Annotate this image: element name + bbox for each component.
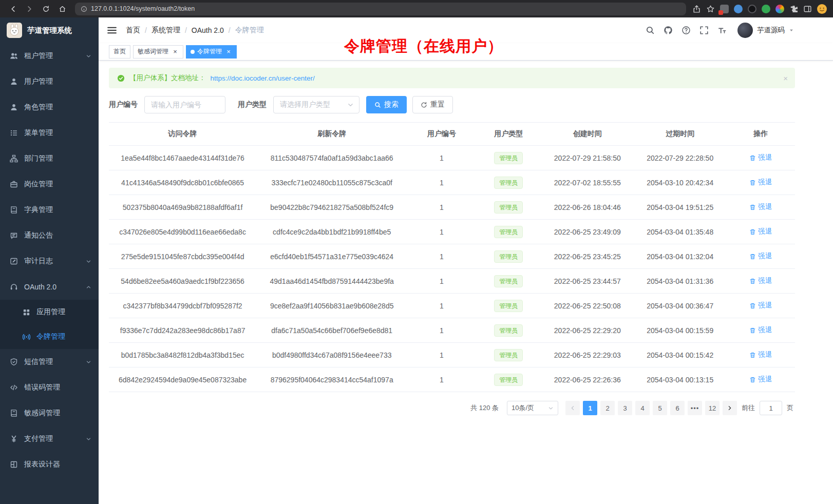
action-cell: 强退 bbox=[726, 294, 795, 318]
user-type-badge: 管理员 bbox=[494, 201, 523, 214]
breadcrumb-item[interactable]: 首页 bbox=[126, 26, 140, 35]
force-logout-button[interactable]: 强退 bbox=[749, 202, 772, 211]
force-logout-button[interactable]: 强退 bbox=[749, 350, 772, 359]
sidebar-item-dict[interactable]: 字典管理 bbox=[0, 197, 99, 223]
extension-icon[interactable] bbox=[762, 5, 770, 13]
sidebar-item-audit-log[interactable]: 审计日志 bbox=[0, 248, 99, 274]
user-type-label: 用户类型 bbox=[238, 100, 267, 109]
sidebar-item-oauth2[interactable]: OAuth 2.0 bbox=[0, 274, 99, 300]
prev-page-button[interactable] bbox=[565, 401, 580, 415]
close-icon[interactable]: × bbox=[172, 48, 179, 55]
create-time-cell: 2022-06-25 23:49:09 bbox=[541, 220, 634, 244]
user-id-input[interactable] bbox=[144, 96, 225, 113]
sidebar-subitem-oauth2-token[interactable]: 令牌管理 bbox=[0, 324, 99, 349]
breadcrumb-item[interactable]: OAuth 2.0 bbox=[192, 26, 224, 34]
page-ellipsis-button[interactable]: ••• bbox=[688, 401, 702, 415]
search-icon[interactable] bbox=[646, 26, 655, 35]
sidebar-item-tenant[interactable]: 租户管理 bbox=[0, 43, 99, 69]
content: 【用户体系】文档地址： https://doc.iocoder.cn/user-… bbox=[99, 61, 833, 504]
sidebar-item-menu[interactable]: 菜单管理 bbox=[0, 120, 99, 146]
action-cell: 强退 bbox=[726, 195, 795, 220]
extensions-puzzle-icon[interactable] bbox=[789, 5, 798, 13]
sidebar-item-report-designer[interactable]: 报表设计器 bbox=[0, 452, 99, 477]
expire-time-cell: 2054-03-04 19:51:25 bbox=[634, 195, 726, 220]
help-icon[interactable] bbox=[681, 26, 691, 35]
yen-icon bbox=[10, 435, 18, 443]
hamburger-icon[interactable] bbox=[107, 25, 117, 35]
force-logout-button[interactable]: 强退 bbox=[749, 227, 772, 236]
sidebar-item-user[interactable]: 用户管理 bbox=[0, 69, 99, 94]
breadcrumb-item[interactable]: 系统管理 bbox=[152, 26, 180, 35]
side-panel-icon[interactable] bbox=[803, 5, 812, 13]
sidebar-item-label: 审计日志 bbox=[24, 257, 53, 266]
forward-icon[interactable] bbox=[23, 2, 36, 15]
extension-icon[interactable] bbox=[775, 5, 784, 13]
share-icon[interactable] bbox=[692, 5, 701, 13]
sidebar-item-label: 短信管理 bbox=[24, 357, 53, 366]
tab-oauth2-token[interactable]: 令牌管理× bbox=[186, 45, 237, 59]
expire-time-cell: 2054-03-04 01:31:36 bbox=[634, 269, 726, 294]
profile-avatar[interactable] bbox=[817, 4, 827, 14]
user-type-select[interactable]: 请选择用户类型 bbox=[273, 96, 359, 113]
tab-home[interactable]: 首页 bbox=[109, 45, 130, 59]
sidebar-item-sensitive-word[interactable]: 敏感词管理 bbox=[0, 400, 99, 426]
font-size-icon[interactable] bbox=[717, 26, 727, 35]
sidebar-item-label: 菜单管理 bbox=[24, 128, 53, 138]
github-icon[interactable] bbox=[664, 26, 673, 35]
table-row: 6d842e2924594de9a09e45e087323abe8796295f… bbox=[109, 367, 795, 392]
next-page-button[interactable] bbox=[723, 401, 737, 415]
page-button-4[interactable]: 4 bbox=[635, 401, 650, 415]
force-logout-button[interactable]: 强退 bbox=[749, 375, 772, 384]
force-logout-button[interactable]: 强退 bbox=[749, 325, 772, 335]
extension-icon[interactable] bbox=[748, 5, 756, 13]
force-logout-button[interactable]: 强退 bbox=[749, 301, 772, 310]
force-logout-button[interactable]: 强退 bbox=[749, 153, 772, 162]
back-icon[interactable] bbox=[6, 2, 20, 15]
extension-icon[interactable] bbox=[734, 5, 743, 13]
sidebar-item-sms[interactable]: 短信管理 bbox=[0, 349, 99, 375]
page-button-12[interactable]: 12 bbox=[705, 401, 720, 415]
page-button-5[interactable]: 5 bbox=[653, 401, 667, 415]
force-logout-button[interactable]: 强退 bbox=[749, 276, 772, 285]
site-info-icon[interactable] bbox=[81, 6, 87, 12]
close-icon[interactable]: × bbox=[225, 48, 232, 55]
sidebar-item-pay[interactable]: 支付管理 bbox=[0, 426, 99, 452]
sidebar-item-dept[interactable]: 部门管理 bbox=[0, 146, 99, 171]
fullscreen-icon[interactable] bbox=[699, 26, 709, 35]
user-type-badge: 管理员 bbox=[494, 152, 523, 164]
force-logout-button[interactable]: 强退 bbox=[749, 251, 772, 261]
table-row: c342377bf8b344799dcbf7bf095287f29ce8ef2a… bbox=[109, 294, 795, 318]
reload-icon[interactable] bbox=[39, 2, 52, 15]
alert-link[interactable]: https://doc.iocoder.cn/user-center/ bbox=[211, 74, 315, 82]
access-token-cell: f9336e7c7dd242a283ee98dc86b17a87 bbox=[109, 318, 256, 343]
search-button[interactable]: 搜索 bbox=[366, 96, 407, 113]
tab-sensitive-word[interactable]: 敏感词管理× bbox=[133, 45, 183, 59]
breadcrumb-item: 令牌管理 bbox=[235, 26, 264, 35]
page-button-3[interactable]: 3 bbox=[618, 401, 632, 415]
sidebar-item-notice[interactable]: 通知公告 bbox=[0, 223, 99, 248]
app-logo[interactable]: 芋道管理系统 bbox=[0, 17, 99, 43]
force-logout-button[interactable]: 强退 bbox=[749, 178, 772, 187]
extension-icon[interactable] bbox=[720, 5, 729, 13]
sidebar-item-role[interactable]: 角色管理 bbox=[0, 94, 99, 120]
page-size-select[interactable]: 10条/页 bbox=[507, 401, 558, 415]
alert-banner: 【用户体系】文档地址： https://doc.iocoder.cn/user-… bbox=[109, 68, 795, 88]
close-icon[interactable]: × bbox=[783, 74, 788, 82]
goto-page-input[interactable] bbox=[760, 401, 782, 415]
sidebar-item-error-code[interactable]: 错误码管理 bbox=[0, 375, 99, 400]
caret-down-icon bbox=[789, 28, 794, 33]
chat-icon bbox=[10, 231, 18, 240]
home-icon[interactable] bbox=[55, 2, 69, 15]
sidebar-item-post[interactable]: 岗位管理 bbox=[0, 171, 99, 197]
column-header: 创建时间 bbox=[541, 123, 634, 146]
sidebar-subitem-oauth2-application[interactable]: 应用管理 bbox=[0, 300, 99, 324]
user-menu[interactable]: 芋道源码 bbox=[737, 23, 794, 38]
sidebar: 芋道管理系统 租户管理用户管理角色管理菜单管理部门管理岗位管理字典管理通知公告审… bbox=[0, 17, 99, 504]
page-button-1[interactable]: 1 bbox=[583, 401, 597, 415]
column-header: 刷新令牌 bbox=[256, 123, 407, 146]
page-button-2[interactable]: 2 bbox=[600, 401, 615, 415]
address-bar[interactable]: 127.0.0.1:1024/system/oauth2/token bbox=[75, 3, 686, 15]
reset-button[interactable]: 重置 bbox=[412, 96, 453, 113]
bookmark-star-icon[interactable] bbox=[706, 5, 715, 13]
page-button-6[interactable]: 6 bbox=[670, 401, 685, 415]
